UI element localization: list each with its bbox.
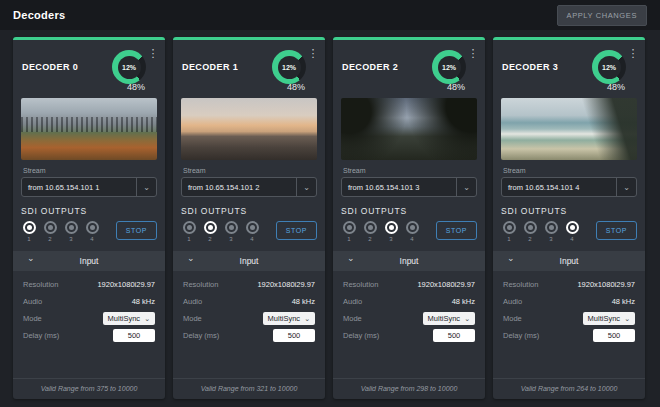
sdi-output-circle-icon <box>364 221 377 234</box>
chevron-down-icon: ⌄ <box>347 253 355 263</box>
stop-button[interactable]: STOP <box>596 221 637 240</box>
audio-value: 48 kHz <box>612 297 635 306</box>
delay-input[interactable] <box>273 329 315 342</box>
mode-select[interactable]: MultiSync ⌄ <box>263 312 315 325</box>
stream-label: Stream <box>343 167 475 174</box>
sdi-output-toggle[interactable]: 1 <box>21 221 37 242</box>
stream-select[interactable]: from 10.65.154.101 1 ⌄ <box>21 177 157 197</box>
stream-label: Stream <box>503 167 635 174</box>
chevron-down-icon: ⌄ <box>304 315 310 323</box>
load-donut: 12% <box>272 50 306 84</box>
more-options-button[interactable]: ⋮ <box>626 48 640 59</box>
audio-label: Audio <box>343 297 362 306</box>
resolution-value: 1920x1080i29.97 <box>417 280 475 289</box>
input-section-toggle[interactable]: ⌄ Input <box>493 251 645 271</box>
sdi-output-number: 4 <box>244 236 260 242</box>
valid-range-note: Valid Range from 375 to 10000 <box>13 378 165 399</box>
resolution-value: 1920x1080i29.97 <box>577 280 635 289</box>
mode-select-value: MultiSync <box>428 314 461 323</box>
sdi-outputs-section: SDI OUTPUTS 1 2 3 <box>341 206 477 242</box>
sdi-output-circle-icon <box>385 221 398 234</box>
sdi-outputs-row: 1 2 3 4 STOP <box>501 221 637 242</box>
mode-select[interactable]: MultiSync ⌄ <box>423 312 475 325</box>
mode-select-value: MultiSync <box>588 314 621 323</box>
mode-select-value: MultiSync <box>268 314 301 323</box>
sdi-output-toggle[interactable]: 2 <box>202 221 218 242</box>
sdi-output-circle-icon <box>246 221 259 234</box>
sdi-output-toggle[interactable]: 4 <box>84 221 100 242</box>
sdi-output-circle-icon <box>545 221 558 234</box>
delay-row: Delay (ms) <box>23 327 155 344</box>
sdi-output-toggle[interactable]: 2 <box>42 221 58 242</box>
video-preview <box>501 98 637 160</box>
chevron-down-icon: ⌄ <box>296 178 316 196</box>
sdi-output-number: 2 <box>42 236 58 242</box>
resolution-row: Resolution 1920x1080i29.97 <box>503 276 635 293</box>
resolution-value: 1920x1080i29.97 <box>257 280 315 289</box>
mode-select[interactable]: MultiSync ⌄ <box>583 312 635 325</box>
stream-select-value: from 10.65.154.101 4 <box>508 183 579 192</box>
load-percent-label: 12% <box>278 56 301 79</box>
apply-changes-button[interactable]: APPLY CHANGES <box>557 5 647 26</box>
sdi-output-toggle[interactable]: 3 <box>543 221 559 242</box>
input-section-label: Input <box>400 256 419 266</box>
stream-select[interactable]: from 10.65.154.101 3 ⌄ <box>341 177 477 197</box>
load-donut: 12% <box>432 50 466 84</box>
chevron-down-icon: ⌄ <box>144 315 150 323</box>
sdi-output-number: 1 <box>21 236 37 242</box>
sdi-output-toggle[interactable]: 2 <box>362 221 378 242</box>
input-section-toggle[interactable]: ⌄ Input <box>333 251 485 271</box>
stream-select[interactable]: from 10.65.154.101 2 ⌄ <box>181 177 317 197</box>
input-details: Resolution 1920x1080i29.97 Audio 48 kHz … <box>333 271 485 344</box>
sdi-output-toggle[interactable]: 3 <box>63 221 79 242</box>
chevron-down-icon: ⌄ <box>616 178 636 196</box>
input-section-toggle[interactable]: ⌄ Input <box>173 251 325 271</box>
sdi-output-toggle[interactable]: 3 <box>223 221 239 242</box>
more-options-button[interactable]: ⋮ <box>306 48 320 59</box>
sdi-output-toggle[interactable]: 1 <box>341 221 357 242</box>
sdi-output-circle-icon <box>183 221 196 234</box>
sdi-output-toggle[interactable]: 4 <box>244 221 260 242</box>
sdi-output-circle-icon <box>44 221 57 234</box>
sdi-output-number: 3 <box>223 236 239 242</box>
sdi-output-toggle[interactable]: 3 <box>383 221 399 242</box>
sdi-output-toggle[interactable]: 1 <box>181 221 197 242</box>
decoder-title: DECODER 0 <box>22 62 112 72</box>
mode-row: Mode MultiSync ⌄ <box>503 310 635 327</box>
more-options-button[interactable]: ⋮ <box>466 48 480 59</box>
delay-input[interactable] <box>113 329 155 342</box>
chevron-down-icon: ⌄ <box>507 253 515 263</box>
input-details: Resolution 1920x1080i29.97 Audio 48 kHz … <box>493 271 645 344</box>
delay-input[interactable] <box>433 329 475 342</box>
chevron-down-icon: ⌄ <box>136 178 156 196</box>
sdi-output-circle-icon <box>204 221 217 234</box>
input-section-toggle[interactable]: ⌄ Input <box>13 251 165 271</box>
secondary-percent-label: 48% <box>173 82 325 92</box>
sdi-output-circle-icon <box>566 221 579 234</box>
decoder-title: DECODER 2 <box>342 62 432 72</box>
delay-label: Delay (ms) <box>343 331 379 340</box>
audio-value: 48 kHz <box>132 297 155 306</box>
sdi-outputs-row: 1 2 3 4 STOP <box>341 221 477 242</box>
decoder-card: DECODER 2 12% ⋮ 48% Stream from 10.65.15… <box>333 37 485 399</box>
sdi-outputs-section: SDI OUTPUTS 1 2 3 <box>21 206 157 242</box>
audio-value: 48 kHz <box>452 297 475 306</box>
stop-button[interactable]: STOP <box>116 221 157 240</box>
sdi-outputs-section: SDI OUTPUTS 1 2 3 <box>181 206 317 242</box>
mode-select[interactable]: MultiSync ⌄ <box>103 312 155 325</box>
stop-button[interactable]: STOP <box>276 221 317 240</box>
stream-select[interactable]: from 10.65.154.101 4 ⌄ <box>501 177 637 197</box>
sdi-output-number: 3 <box>63 236 79 242</box>
audio-row: Audio 48 kHz <box>183 293 315 310</box>
sdi-output-toggle[interactable]: 1 <box>501 221 517 242</box>
chevron-down-icon: ⌄ <box>464 315 470 323</box>
stream-label: Stream <box>183 167 315 174</box>
more-options-button[interactable]: ⋮ <box>146 48 160 59</box>
audio-row: Audio 48 kHz <box>343 293 475 310</box>
stop-button[interactable]: STOP <box>436 221 477 240</box>
sdi-output-toggle[interactable]: 2 <box>522 221 538 242</box>
sdi-output-toggle[interactable]: 4 <box>564 221 580 242</box>
sdi-output-toggle[interactable]: 4 <box>404 221 420 242</box>
delay-input[interactable] <box>593 329 635 342</box>
sdi-output-toggles: 1 2 3 4 <box>21 221 100 242</box>
